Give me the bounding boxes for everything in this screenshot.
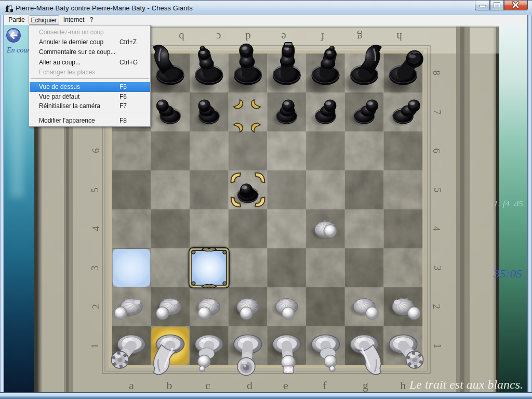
svg-text:d: d	[245, 31, 251, 43]
svg-text:e: e	[283, 379, 288, 392]
svg-text:1: 1	[89, 343, 100, 349]
svg-text:a: a	[129, 379, 134, 392]
svg-text:6: 6	[90, 148, 101, 153]
svg-text:5: 5	[432, 188, 443, 193]
svg-text:35:05: 35:05	[493, 268, 522, 280]
svg-text:6: 6	[431, 148, 442, 153]
svg-text:1. f4 d5: 1. f4 d5	[494, 200, 523, 208]
svg-text:b: b	[179, 31, 184, 43]
svg-text:8: 8	[431, 70, 442, 75]
svg-text:3: 3	[89, 265, 100, 271]
svg-text:d: d	[247, 379, 252, 392]
svg-text:g: g	[357, 31, 363, 43]
svg-text:g: g	[363, 379, 368, 392]
svg-text:Le trait est aux blancs.: Le trait est aux blancs.	[409, 378, 523, 391]
svg-text:f: f	[323, 379, 327, 392]
svg-text:4: 4	[431, 226, 442, 231]
svg-text:4: 4	[90, 226, 101, 231]
svg-text:e: e	[281, 31, 286, 43]
svg-text:2: 2	[431, 304, 442, 309]
svg-text:f: f	[321, 31, 325, 43]
svg-text:h: h	[400, 379, 406, 392]
svg-text:5: 5	[89, 188, 100, 193]
svg-text:3: 3	[432, 265, 443, 271]
svg-text:h: h	[396, 31, 402, 43]
svg-text:c: c	[205, 379, 210, 392]
svg-text:2: 2	[90, 304, 101, 309]
svg-text:7: 7	[432, 110, 443, 115]
svg-text:c: c	[216, 31, 221, 43]
svg-text:1: 1	[432, 343, 443, 349]
svg-text:b: b	[167, 379, 172, 392]
